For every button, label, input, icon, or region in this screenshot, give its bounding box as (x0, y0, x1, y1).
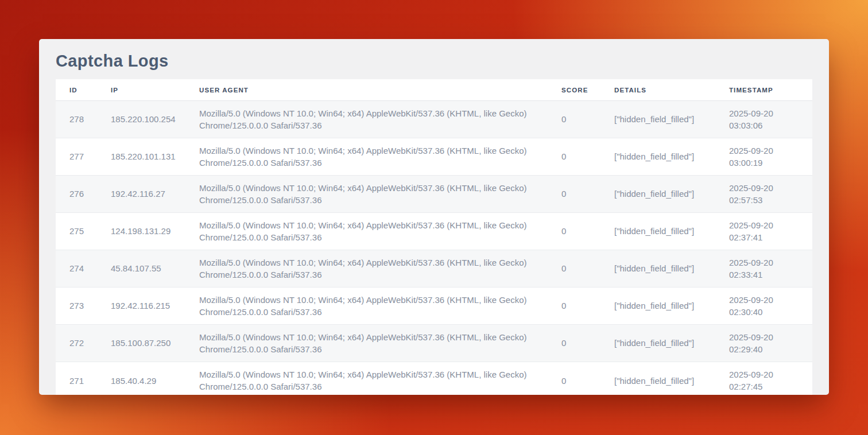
cell-user_agent: Mozilla/5.0 (Windows NT 10.0; Win64; x64… (199, 213, 561, 250)
column-header-ip: IP (111, 79, 199, 101)
cell-details: ["hidden_field_filled"] (614, 101, 729, 138)
column-header-details: DETAILS (614, 79, 729, 101)
cell-timestamp: 2025-09-20 03:00:19 (729, 138, 812, 176)
cell-timestamp: 2025-09-20 02:30:40 (729, 288, 812, 325)
cell-id: 276 (56, 176, 111, 213)
table-row: 276192.42.116.27Mozilla/5.0 (Windows NT … (56, 176, 812, 213)
cell-score: 0 (561, 362, 614, 395)
cell-details: ["hidden_field_filled"] (614, 325, 729, 362)
cell-details: ["hidden_field_filled"] (614, 213, 729, 250)
cell-user_agent: Mozilla/5.0 (Windows NT 10.0; Win64; x64… (199, 176, 561, 213)
cell-ip: 185.220.101.131 (111, 138, 199, 176)
column-header-timestamp: TIMESTAMP (729, 79, 812, 101)
cell-ip: 185.100.87.250 (111, 325, 199, 362)
cell-user_agent: Mozilla/5.0 (Windows NT 10.0; Win64; x64… (199, 325, 561, 362)
table-row: 273192.42.116.215Mozilla/5.0 (Windows NT… (56, 288, 812, 325)
cell-timestamp: 2025-09-20 03:03:06 (729, 101, 812, 138)
cell-user_agent: Mozilla/5.0 (Windows NT 10.0; Win64; x64… (199, 288, 561, 325)
cell-score: 0 (561, 250, 614, 288)
cell-score: 0 (561, 325, 614, 362)
table-row: 278185.220.100.254Mozilla/5.0 (Windows N… (56, 101, 812, 138)
cell-score: 0 (561, 288, 614, 325)
table-header: ID IP USER AGENT SCORE DETAILS TIMESTAMP (56, 79, 812, 101)
captcha-logs-card: Captcha Logs ID IP USER AGENT SCORE DETA… (39, 39, 829, 395)
table-row: 272185.100.87.250Mozilla/5.0 (Windows NT… (56, 325, 812, 362)
cell-ip: 124.198.131.29 (111, 213, 199, 250)
cell-timestamp: 2025-09-20 02:27:45 (729, 362, 812, 395)
cell-id: 271 (56, 362, 111, 395)
cell-id: 277 (56, 138, 111, 176)
cell-ip: 45.84.107.55 (111, 250, 199, 288)
table-body: 278185.220.100.254Mozilla/5.0 (Windows N… (56, 101, 812, 395)
cell-ip: 185.40.4.29 (111, 362, 199, 395)
cell-score: 0 (561, 101, 614, 138)
cell-id: 273 (56, 288, 111, 325)
table-row: 277185.220.101.131Mozilla/5.0 (Windows N… (56, 138, 812, 176)
column-header-user-agent: USER AGENT (199, 79, 561, 101)
cell-details: ["hidden_field_filled"] (614, 362, 729, 395)
table-row: 271185.40.4.29Mozilla/5.0 (Windows NT 10… (56, 362, 812, 395)
cell-ip: 192.42.116.27 (111, 176, 199, 213)
cell-timestamp: 2025-09-20 02:57:53 (729, 176, 812, 213)
page-title: Captcha Logs (56, 52, 812, 71)
cell-details: ["hidden_field_filled"] (614, 288, 729, 325)
cell-details: ["hidden_field_filled"] (614, 138, 729, 176)
cell-user_agent: Mozilla/5.0 (Windows NT 10.0; Win64; x64… (199, 362, 561, 395)
table-row: 275124.198.131.29Mozilla/5.0 (Windows NT… (56, 213, 812, 250)
table-row: 27445.84.107.55Mozilla/5.0 (Windows NT 1… (56, 250, 812, 288)
cell-user_agent: Mozilla/5.0 (Windows NT 10.0; Win64; x64… (199, 138, 561, 176)
captcha-logs-table[interactable]: ID IP USER AGENT SCORE DETAILS TIMESTAMP… (56, 79, 812, 395)
cell-id: 275 (56, 213, 111, 250)
cell-ip: 185.220.100.254 (111, 101, 199, 138)
column-header-score: SCORE (561, 79, 614, 101)
cell-id: 278 (56, 101, 111, 138)
cell-ip: 192.42.116.215 (111, 288, 199, 325)
cell-details: ["hidden_field_filled"] (614, 176, 729, 213)
cell-timestamp: 2025-09-20 02:33:41 (729, 250, 812, 288)
cell-user_agent: Mozilla/5.0 (Windows NT 10.0; Win64; x64… (199, 101, 561, 138)
cell-id: 272 (56, 325, 111, 362)
cell-score: 0 (561, 176, 614, 213)
cell-timestamp: 2025-09-20 02:29:40 (729, 325, 812, 362)
cell-details: ["hidden_field_filled"] (614, 250, 729, 288)
cell-id: 274 (56, 250, 111, 288)
cell-score: 0 (561, 138, 614, 176)
cell-timestamp: 2025-09-20 02:37:41 (729, 213, 812, 250)
cell-score: 0 (561, 213, 614, 250)
cell-user_agent: Mozilla/5.0 (Windows NT 10.0; Win64; x64… (199, 250, 561, 288)
column-header-id: ID (56, 79, 111, 101)
